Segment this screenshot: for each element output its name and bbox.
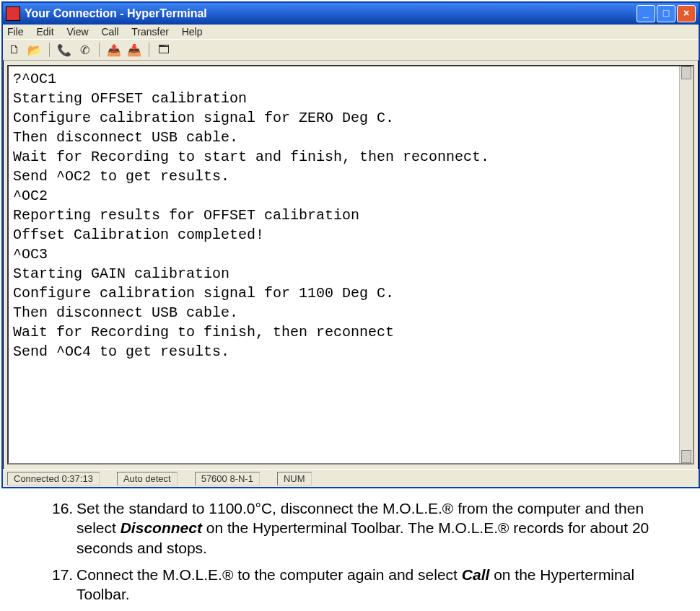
- step-number: 17.: [52, 565, 76, 605]
- open-icon[interactable]: 📂: [27, 43, 42, 57]
- terminal-line: Configure calibration signal for ZERO De…: [13, 110, 394, 126]
- terminal-line: ^OC3: [13, 246, 48, 263]
- text-emphasis: Call: [462, 566, 490, 583]
- terminal-line: Send ^OC2 to get results.: [13, 168, 229, 185]
- instruction-list: 16. Set the standard to 1100.0°C, discon…: [52, 498, 680, 611]
- call-icon[interactable]: 📞: [57, 43, 71, 57]
- menu-view[interactable]: View: [66, 26, 88, 38]
- step-number: 16.: [52, 498, 76, 558]
- titlebar[interactable]: Your Connection - HyperTerminal _ □ ×: [3, 3, 699, 25]
- terminal-line: Configure calibration signal for 1100 De…: [13, 285, 394, 302]
- terminal-output[interactable]: ?^OC1 Starting OFFSET calibration Config…: [9, 66, 679, 463]
- terminal-line: Starting GAIN calibration: [13, 265, 229, 282]
- status-num: NUM: [277, 472, 312, 485]
- instruction-16: 16. Set the standard to 1100.0°C, discon…: [52, 498, 680, 558]
- receive-icon[interactable]: 📥: [127, 43, 141, 57]
- close-button[interactable]: ×: [677, 5, 696, 22]
- terminal-line: Then disconnect USB cable.: [13, 304, 238, 321]
- menu-help[interactable]: Help: [182, 26, 203, 38]
- instruction-17: 17. Connect the M.O.L.E.® to the compute…: [52, 565, 680, 605]
- titlebar-left: Your Connection - HyperTerminal: [6, 6, 207, 21]
- toolbar-separator: [49, 43, 50, 57]
- terminal-line: Wait for Recording to finish, then recon…: [13, 324, 394, 340]
- send-icon[interactable]: 📤: [107, 43, 121, 57]
- statusbar: Connected 0:37:13 Auto detect 57600 8-N-…: [3, 469, 699, 487]
- status-connected: Connected 0:37:13: [7, 472, 100, 485]
- terminal-line: Wait for Recording to start and finish, …: [13, 149, 489, 165]
- menubar: File Edit View Call Transfer Help: [3, 25, 699, 39]
- menu-file[interactable]: File: [7, 26, 24, 38]
- disconnect-icon[interactable]: ✆: [77, 43, 92, 57]
- new-icon[interactable]: 🗋: [7, 43, 22, 57]
- terminal-line: Send ^OC4 to get results.: [13, 343, 229, 360]
- toolbar: 🗋 📂 📞 ✆ 📤 📥 🗔: [3, 39, 699, 61]
- app-icon: [6, 6, 20, 21]
- menu-transfer[interactable]: Transfer: [131, 26, 169, 38]
- terminal-line: Offset Calibration completed!: [13, 227, 264, 243]
- minimize-button[interactable]: _: [636, 5, 655, 22]
- maximize-button[interactable]: □: [657, 5, 675, 22]
- terminal-line: Reporting results for OFFSET calibration: [13, 207, 359, 224]
- window-controls: _ □ ×: [636, 5, 696, 22]
- status-baud: 57600 8-N-1: [195, 472, 260, 485]
- hyperterminal-window: Your Connection - HyperTerminal _ □ × Fi…: [1, 1, 700, 488]
- text-run: Connect the M.O.L.E.® to the computer ag…: [76, 566, 462, 583]
- terminal-line: ^OC2: [13, 188, 48, 204]
- text-emphasis: Disconnect: [121, 519, 202, 536]
- menu-edit[interactable]: Edit: [36, 26, 53, 38]
- terminal-area: ?^OC1 Starting OFFSET calibration Config…: [7, 65, 694, 465]
- toolbar-separator: [99, 43, 100, 57]
- status-autodetect: Auto detect: [117, 472, 178, 485]
- terminal-line: Starting OFFSET calibration: [13, 90, 247, 107]
- vertical-scrollbar[interactable]: [679, 66, 693, 463]
- step-text: Set the standard to 1100.0°C, disconnect…: [76, 498, 680, 558]
- terminal-line: ?^OC1: [13, 71, 56, 87]
- window-title: Your Connection - HyperTerminal: [25, 7, 207, 20]
- menu-call[interactable]: Call: [101, 26, 118, 38]
- toolbar-separator: [149, 43, 149, 57]
- properties-icon[interactable]: 🗔: [157, 43, 171, 57]
- terminal-line: Then disconnect USB cable.: [13, 129, 238, 146]
- step-text: Connect the M.O.L.E.® to the computer ag…: [76, 565, 680, 605]
